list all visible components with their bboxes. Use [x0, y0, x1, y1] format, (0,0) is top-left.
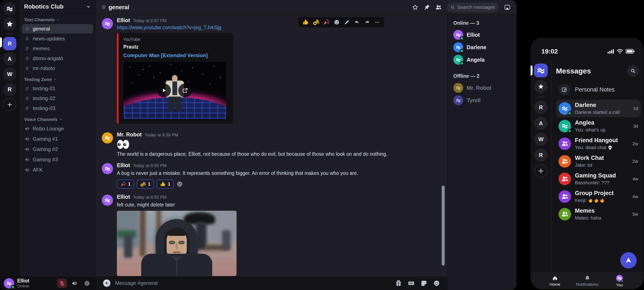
channel-item[interactable]: #testing-02	[22, 94, 93, 103]
avatar[interactable]	[102, 132, 113, 144]
composer-placeholder[interactable]: Message #general	[115, 280, 390, 286]
star-icon	[6, 20, 14, 28]
server-button[interactable]: W	[3, 67, 16, 81]
conversation-time: 2w	[632, 141, 638, 146]
reaction-pill[interactable]: 1	[117, 180, 134, 189]
section-voice-channels[interactable]: Voice Channels	[24, 117, 91, 122]
user-avatar[interactable]	[4, 278, 14, 289]
section-text-channels[interactable]: Text Channels	[24, 17, 91, 22]
toggle-sidebar-button[interactable]	[504, 4, 510, 10]
channel-item[interactable]: #testing-01	[22, 84, 93, 93]
nav-notifications[interactable]: Notifications	[575, 275, 599, 287]
add-reaction-button[interactable]	[176, 181, 183, 187]
server-initial: R	[8, 40, 12, 47]
avatar[interactable]	[102, 163, 113, 174]
member-row[interactable]: Tyrell	[453, 94, 511, 107]
voice-channel-item[interactable]: Gaming #3	[22, 155, 93, 164]
conversation-item[interactable]: Darlene Darlene started a call 1d	[556, 100, 641, 117]
voice-channel-item[interactable]: Gaming #2	[22, 144, 93, 154]
avatar[interactable]	[102, 195, 113, 206]
pencil-icon	[344, 19, 350, 25]
sticker-button[interactable]	[420, 280, 427, 287]
channel-name: general	[33, 26, 50, 32]
channel-item[interactable]: #dōmo-arigatō	[22, 54, 93, 63]
add-server-button[interactable]	[534, 164, 548, 178]
edit-message-button[interactable]	[344, 19, 350, 25]
add-server-button[interactable]	[3, 98, 16, 111]
plus-icon	[104, 281, 109, 285]
member-row[interactable]: Mr. Robot	[453, 82, 511, 94]
new-message-fab[interactable]	[620, 252, 637, 269]
forward-button[interactable]	[364, 19, 370, 25]
conversation-item[interactable]: Memes Mateo: haha 5w	[556, 205, 641, 223]
member-row[interactable]: Angela	[453, 53, 511, 66]
message-author[interactable]: Mr. Robot	[117, 132, 142, 138]
quick-reaction-buttons[interactable]	[302, 19, 330, 25]
home-button[interactable]	[3, 2, 16, 15]
attach-button[interactable]	[103, 280, 110, 287]
search-icon	[630, 68, 636, 74]
message-link[interactable]: https://www.youtube.com/watch?v=jeg_TJvk…	[117, 25, 221, 30]
more-options-button[interactable]	[374, 19, 380, 25]
open-external-button[interactable]	[178, 84, 192, 97]
server-button[interactable]: R	[3, 37, 16, 50]
voice-channel-item[interactable]: Robo Lounge	[22, 124, 93, 134]
voice-channel-item[interactable]: Gaming #1	[22, 134, 93, 144]
section-testing-zone[interactable]: Testing Zone	[24, 77, 91, 82]
conversation-item[interactable]: Gaming Squad Basshunter: ??? 4w	[556, 170, 641, 188]
conversation-item[interactable]: Anglea You: what’s up 3d	[556, 117, 641, 135]
settings-button[interactable]	[82, 279, 92, 288]
personal-notes-item[interactable]: Personal Notes	[556, 84, 641, 95]
channel-item[interactable]: #news-updates	[22, 34, 93, 43]
server-button[interactable]: A	[534, 117, 548, 130]
favorites-button[interactable]	[3, 17, 16, 31]
avatar[interactable]	[102, 18, 113, 29]
deafen-button[interactable]	[70, 279, 80, 288]
play-button[interactable]	[157, 84, 171, 97]
smiley-icon	[334, 19, 340, 25]
channel-item[interactable]: #general	[22, 24, 93, 33]
message-author[interactable]: Elliot	[117, 17, 130, 23]
server-button[interactable]: A	[3, 52, 16, 66]
reply-icon	[354, 19, 360, 25]
nav-home[interactable]: Home	[543, 275, 567, 287]
server-header[interactable]: Robotics Club	[19, 0, 96, 14]
pinned-messages-button[interactable]	[424, 4, 430, 10]
members-button[interactable]	[435, 4, 442, 10]
compose-icon	[558, 84, 570, 95]
channel-item[interactable]: #memes	[22, 44, 93, 53]
search-input[interactable]	[457, 4, 496, 10]
reaction-pill[interactable]: 1	[157, 180, 174, 189]
message: Elliot Today at 8:55 PM A bug is never j…	[96, 162, 447, 189]
chat-scrollbar[interactable]	[442, 186, 445, 266]
embed-title-link[interactable]: Computer Man [Extended Version]	[123, 52, 208, 58]
microphone-muted-button[interactable]	[57, 279, 67, 288]
channel-item[interactable]: #testing-03	[22, 104, 93, 113]
server-button[interactable]: R	[534, 148, 548, 162]
channel-item[interactable]: #mr-roboto	[22, 64, 93, 73]
favorites-button[interactable]	[534, 80, 548, 93]
attached-image-elliot-street[interactable]	[117, 211, 236, 276]
search-button[interactable]	[627, 65, 639, 77]
reaction-pill[interactable]: 1	[137, 180, 154, 189]
gif-button[interactable]	[408, 280, 414, 287]
conversation-item[interactable]: Friend Hangout You: dead chat 2w	[556, 135, 641, 152]
speaker-icon	[24, 126, 30, 131]
member-row[interactable]: Elliot	[453, 28, 511, 41]
add-reaction-button[interactable]	[334, 19, 340, 25]
member-row[interactable]: Darlene	[453, 41, 511, 53]
conversation-item[interactable]: Group Project Kenji: 4w	[556, 188, 641, 205]
message-author[interactable]: Elliot	[117, 162, 130, 168]
nav-you[interactable]: You	[608, 275, 631, 288]
voice-channel-item[interactable]: AFK	[22, 165, 93, 175]
conversation-item[interactable]: Work Chat Jake: lol 2w	[556, 152, 641, 170]
reply-button[interactable]	[354, 19, 360, 25]
favorite-channel-button[interactable]	[412, 4, 418, 10]
server-button[interactable]: R	[3, 83, 16, 96]
message-author[interactable]: Elliot	[117, 194, 130, 200]
home-button[interactable]	[534, 64, 548, 77]
server-button[interactable]: R	[534, 101, 548, 114]
server-button[interactable]: W	[534, 133, 548, 146]
emoji-button[interactable]	[433, 280, 440, 287]
gift-button[interactable]	[395, 280, 402, 287]
